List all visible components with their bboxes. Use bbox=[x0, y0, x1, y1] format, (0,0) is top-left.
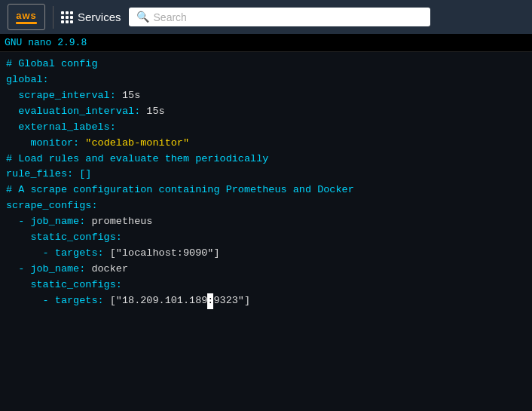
search-bar[interactable]: 🔍 Search bbox=[129, 8, 430, 26]
editor-token: evaluation_interval: bbox=[6, 106, 146, 117]
grid-icon bbox=[61, 11, 73, 23]
editor-token: docker bbox=[91, 263, 128, 275]
search-icon: 🔍 bbox=[136, 11, 149, 23]
editor-token: ["localhost:9090"] bbox=[110, 247, 220, 259]
nano-status-bar: GNU nano 2.9.8 bbox=[0, 34, 532, 52]
editor-token: static_configs: bbox=[6, 232, 122, 243]
editor-token: 15s bbox=[122, 90, 140, 101]
editor-token: 9323"] bbox=[213, 295, 250, 306]
editor-line: scrape_configs: bbox=[6, 198, 526, 214]
editor-line: - targets: ["localhost:9090"] bbox=[6, 246, 526, 262]
editor-token: static_configs: bbox=[6, 279, 122, 290]
editor-token: ["18.209.101.189 bbox=[110, 295, 208, 306]
aws-logo-underline bbox=[16, 22, 37, 24]
editor-line: rule_files: [] bbox=[6, 167, 526, 182]
editor-line: - job_name: docker bbox=[6, 262, 526, 278]
editor-line: scrape_interval: 15s bbox=[6, 88, 526, 104]
editor-token: external_labels: bbox=[6, 121, 116, 133]
editor-token: monitor: bbox=[6, 137, 85, 149]
editor-token: # Load rules and evaluate them periodica… bbox=[6, 153, 268, 164]
editor-token: - targets: bbox=[6, 247, 110, 259]
editor-line: # Global config bbox=[6, 57, 526, 72]
editor-line: monitor: "codelab-monitor" bbox=[6, 136, 526, 152]
editor-line: # A scrape configuration containing Prom… bbox=[6, 182, 526, 198]
editor-token: "codelab-monitor" bbox=[85, 137, 189, 149]
editor-line: external_labels: bbox=[6, 120, 526, 136]
editor-line: - job_name: prometheus bbox=[6, 214, 526, 230]
aws-logo[interactable]: aws bbox=[8, 4, 45, 30]
services-button[interactable]: Services bbox=[61, 11, 121, 23]
editor-line: static_configs: bbox=[6, 230, 526, 246]
nano-version: GNU nano 2.9.8 bbox=[5, 37, 87, 48]
editor-token: - targets: bbox=[6, 295, 110, 306]
editor-line: # Load rules and evaluate them periodica… bbox=[6, 152, 526, 167]
services-label: Services bbox=[78, 11, 121, 23]
aws-logo-text: aws bbox=[16, 10, 37, 21]
search-input[interactable]: Search bbox=[154, 11, 187, 23]
aws-topbar: aws Services 🔍 Search bbox=[0, 0, 532, 34]
editor-token: global: bbox=[6, 74, 49, 85]
editor-token: prometheus bbox=[91, 216, 152, 227]
editor-token: scrape_configs: bbox=[6, 200, 98, 211]
editor-token: 15s bbox=[146, 106, 164, 117]
editor-line: evaluation_interval: 15s bbox=[6, 104, 526, 120]
editor-token: # Global config bbox=[6, 58, 98, 69]
editor-line: global: bbox=[6, 72, 526, 88]
editor-area: # Global configglobal: scrape_interval: … bbox=[0, 52, 532, 314]
editor-token: # A scrape configuration containing Prom… bbox=[6, 184, 354, 195]
editor-line: static_configs: bbox=[6, 278, 526, 293]
editor-token: - job_name: bbox=[6, 263, 91, 275]
editor-token: rule_files: [] bbox=[6, 168, 91, 179]
editor-line: - targets: ["18.209.101.189:9323"] bbox=[6, 293, 526, 309]
editor-token: - job_name: bbox=[6, 216, 91, 227]
editor-token: scrape_interval: bbox=[6, 90, 122, 101]
topbar-divider bbox=[53, 6, 54, 29]
